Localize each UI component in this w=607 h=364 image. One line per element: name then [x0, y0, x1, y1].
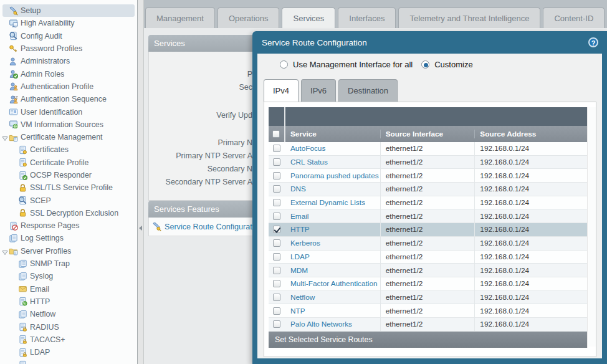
row-checkbox[interactable]: [273, 307, 280, 315]
dialog-tab-destination[interactable]: Destination: [338, 79, 398, 102]
sidebar-item-tacacs[interactable]: TACACS+: [0, 333, 137, 346]
row-checkbox[interactable]: [273, 158, 280, 166]
row-checkbox-cell: [269, 209, 285, 223]
sidebar-item-radius[interactable]: RADIUS: [0, 320, 137, 333]
row-checkbox[interactable]: [273, 267, 280, 274]
table-row-dns[interactable]: DNSethernet1/2192.168.0.1/24: [269, 183, 587, 196]
expander-triangle-icon[interactable]: [2, 249, 8, 255]
select-all-checkbox[interactable]: [272, 130, 280, 138]
sidebar-item-vm-information-sources[interactable]: VM Information Sources: [0, 118, 137, 131]
table-row-email[interactable]: Emailethernet1/2192.168.0.1/24: [269, 209, 587, 223]
sidebar-item-high-availability[interactable]: High Availability: [0, 17, 137, 29]
table-row-multi-factor-authentication[interactable]: Multi-Factor Authenticationethernet1/219…: [269, 277, 587, 291]
tab-operations[interactable]: Operations: [217, 7, 280, 28]
sidebar-item-netflow[interactable]: Netflow: [0, 308, 137, 320]
table-row-panorama-pushed-updates[interactable]: Panorama pushed updatesethernet1/2192.16…: [269, 169, 587, 183]
service-link[interactable]: DNS: [290, 184, 306, 193]
row-checkbox[interactable]: [273, 145, 280, 152]
help-icon[interactable]: ?: [588, 37, 598, 47]
row-checkbox[interactable]: [273, 213, 280, 220]
table-row-palo-alto-networks[interactable]: Palo Alto Networksethernet1/2192.168.0.1…: [269, 318, 587, 332]
row-checkbox[interactable]: [273, 294, 280, 301]
tab-management[interactable]: Management: [145, 7, 215, 28]
row-checkbox[interactable]: [273, 280, 280, 287]
table-row-autofocus[interactable]: AutoFocusethernet1/2192.168.0.1/24: [269, 142, 587, 156]
sidebar-item-ldap[interactable]: LDAP: [0, 346, 137, 358]
table-row-crl-status[interactable]: CRL Statusethernet1/2192.168.0.1/24: [269, 156, 587, 170]
table-row-ldap[interactable]: LDAPethernet1/2192.168.0.1/24: [269, 251, 587, 264]
sidebar-item-email[interactable]: Email: [0, 283, 137, 295]
radio-selected-icon[interactable]: [421, 60, 429, 69]
service-link[interactable]: HTTP: [290, 225, 310, 234]
sidebar-item-item[interactable]: [0, 358, 137, 364]
sidebar-item-syslog[interactable]: Syslog: [0, 270, 137, 282]
row-checkbox[interactable]: [273, 185, 280, 193]
row-checkbox[interactable]: [273, 226, 280, 233]
sidebar-splitter[interactable]: [138, 0, 144, 364]
sidebar-item-response-pages[interactable]: Response Pages: [0, 219, 137, 232]
sidebar-item-admin-roles[interactable]: Admin Roles: [0, 67, 137, 80]
row-checkbox[interactable]: [273, 199, 280, 206]
sidebar-item-password-profiles[interactable]: Password Profiles: [0, 42, 137, 55]
expander-triangle-icon[interactable]: [2, 135, 8, 141]
sidebar-item-setup[interactable]: Setup: [2, 4, 135, 17]
row-checkbox[interactable]: [273, 253, 280, 261]
row-checkbox[interactable]: [273, 320, 280, 328]
row-checkbox[interactable]: [273, 172, 280, 180]
service-link[interactable]: MDM: [290, 266, 308, 275]
sidebar-item-label: SCEP: [30, 196, 51, 205]
tab-interfaces[interactable]: Interfaces: [338, 7, 396, 28]
service-link[interactable]: Kerberos: [290, 239, 320, 247]
row-checkbox[interactable]: [273, 239, 280, 247]
service-route-configuration-link[interactable]: Service Route Configuration: [165, 223, 254, 231]
dialog-tab-ipv4[interactable]: IPv4: [264, 79, 299, 102]
table-row-http[interactable]: HTTPethernet1/2192.168.0.1/24: [269, 223, 587, 237]
sidebar-item-administrators[interactable]: Administrators: [0, 55, 137, 67]
dialog-tabs: IPv4IPv6Destination: [264, 79, 398, 102]
sidebar-item-authentication-sequence[interactable]: 123Authentication Sequence: [0, 93, 137, 105]
table-row-ntp[interactable]: NTPethernet1/2192.168.0.1/24: [269, 304, 587, 318]
sidebar-item-certificate-management[interactable]: Certificate Management: [0, 131, 137, 143]
sidebar-item-scep[interactable]: SCEP: [0, 194, 137, 206]
sidebar-item-certificates[interactable]: Certificates: [0, 143, 137, 156]
table-row-external-dynamic-lists[interactable]: External Dynamic Listsethernet1/2192.168…: [269, 196, 587, 210]
column-header-service[interactable]: Service: [285, 130, 380, 138]
column-header-source-address[interactable]: Source Address: [474, 130, 587, 138]
collapse-sidebar-arrow-icon[interactable]: [139, 226, 142, 231]
sidebar-item-authentication-profile[interactable]: Authentication Profile: [0, 80, 137, 93]
sidebar-item-http[interactable]: HTTP: [0, 295, 137, 308]
service-link[interactable]: LDAP: [290, 252, 310, 261]
service-link[interactable]: Email: [290, 212, 309, 221]
service-link[interactable]: NTP: [290, 307, 305, 315]
radio-label: Customize: [434, 60, 472, 69]
table-row-netflow[interactable]: Netflowethernet1/2192.168.0.1/24: [269, 291, 587, 305]
radio-option-use-management-interface-for-all[interactable]: Use Management Interface for all: [280, 60, 413, 69]
sidebar-item-user-identification[interactable]: User Identification: [0, 105, 137, 118]
service-link[interactable]: Multi-Factor Authentication: [290, 279, 378, 288]
table-row-kerberos[interactable]: Kerberosethernet1/2192.168.0.1/24: [269, 237, 587, 251]
tab-content-id[interactable]: Content-ID: [543, 7, 605, 28]
radio-option-customize[interactable]: Customize: [421, 60, 472, 69]
column-header-source-interface[interactable]: Source Interface: [380, 130, 475, 138]
set-selected-service-routes-button[interactable]: Set Selected Service Routes: [269, 332, 587, 348]
vertical-scrollbar-track[interactable]: [588, 107, 596, 347]
sidebar-item-ssl-decryption-exclusion[interactable]: SSL Decryption Exclusion: [0, 207, 137, 219]
sidebar-item-certificate-profile[interactable]: Certificate Profile: [0, 156, 137, 169]
table-row-mdm[interactable]: MDMethernet1/2192.168.0.1/24: [269, 264, 587, 277]
tab-telemetry-and-threat-intelligence[interactable]: Telemetry and Threat Intelligence: [398, 7, 540, 28]
sidebar-item-ocsp-responder[interactable]: OCSP Responder: [0, 169, 137, 181]
sidebar-item-snmp-trap[interactable]: SNMP Trap: [0, 257, 137, 270]
radio-unselected-icon[interactable]: [280, 60, 288, 69]
sidebar-item-log-settings[interactable]: Log Settings: [0, 232, 137, 244]
service-link[interactable]: External Dynamic Lists: [290, 198, 365, 207]
tab-services[interactable]: Services: [282, 7, 335, 28]
sidebar-item-config-audit[interactable]: Config Audit: [0, 30, 137, 42]
service-link[interactable]: AutoFocus: [290, 144, 325, 153]
service-link[interactable]: Palo Alto Networks: [290, 320, 352, 328]
dialog-tab-ipv6[interactable]: IPv6: [301, 79, 336, 102]
sidebar-item-ssl-tls-service-profile[interactable]: SSL/TLS Service Profile: [0, 181, 137, 194]
service-link[interactable]: Panorama pushed updates: [290, 171, 379, 180]
sidebar-item-server-profiles[interactable]: Server Profiles: [0, 245, 137, 257]
service-link[interactable]: Netflow: [290, 293, 315, 302]
service-link[interactable]: CRL Status: [290, 158, 328, 166]
